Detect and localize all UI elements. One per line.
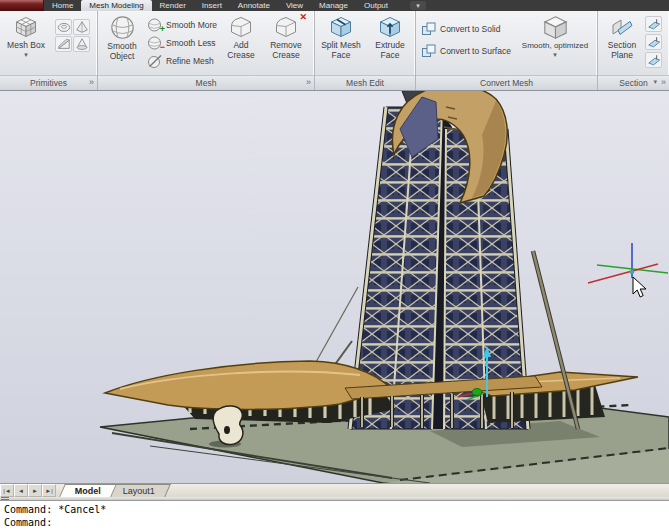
panel-section: Section Plane Section ▾ » — [598, 11, 669, 90]
generate-section-button[interactable] — [645, 52, 662, 68]
smooth-object-button[interactable]: Smooth Object — [101, 13, 143, 62]
add-jog-button[interactable] — [645, 34, 662, 50]
chevron-down-icon: ▾ — [416, 2, 420, 10]
panel-expand-icon[interactable]: » — [89, 77, 94, 87]
ribbon-minimize-button[interactable]: ▾ — [410, 1, 426, 10]
panel-dropdown-icon[interactable]: ▾ — [653, 78, 657, 86]
convert-to-solid-button[interactable]: Convert to Solid — [419, 21, 515, 37]
split-mesh-face-button[interactable]: Split Mesh Face — [318, 13, 364, 61]
mesh-wedge-button[interactable] — [55, 36, 72, 52]
smooth-object-icon — [109, 14, 136, 41]
mesh-cone-icon — [75, 37, 89, 51]
panel-mesh-edit: Split Mesh Face Extrude Face Mesh Edit — [315, 11, 416, 90]
tab-render[interactable]: Render — [152, 0, 194, 11]
panel-mesh: Smooth Object + Smooth More − Smooth Les… — [98, 11, 315, 90]
section-plane-icon — [610, 15, 634, 39]
extrude-face-button[interactable]: Extrude Face — [368, 13, 412, 61]
tab-manage[interactable]: Manage — [311, 0, 356, 11]
smooth-optimized-icon — [542, 14, 569, 41]
dropdown-arrow-icon: ▾ — [553, 52, 557, 57]
panel-label-section: Section ▾ » — [598, 75, 669, 90]
mesh-torus-button[interactable] — [55, 19, 72, 35]
panel-primitives: Mesh Box ▾ Primitives » — [0, 11, 98, 90]
splitter-grip-icon — [1, 497, 9, 501]
mesh-box-label: Mesh Box — [7, 41, 45, 51]
smooth-more-button[interactable]: + Smooth More — [145, 17, 219, 33]
refine-mesh-button[interactable]: Refine Mesh — [145, 53, 219, 69]
convert-to-solid-icon — [421, 21, 437, 37]
minus-badge-icon: − — [160, 43, 165, 52]
live-section-button[interactable] — [645, 16, 662, 32]
command-window[interactable]: Command: *Cancel* Command: — [0, 497, 669, 530]
first-tab-button[interactable]: |◄ — [0, 484, 14, 497]
mesh-torus-icon — [57, 20, 71, 34]
panel-label-convert-mesh: Convert Mesh — [416, 75, 597, 90]
prev-tab-button[interactable]: ◄ — [14, 484, 28, 497]
remove-x-icon: ✕ — [299, 13, 307, 22]
add-crease-icon — [229, 15, 253, 39]
command-text-area[interactable]: Command: *Cancel* Command: — [0, 501, 669, 530]
add-jog-icon — [647, 35, 661, 49]
remove-crease-icon — [274, 15, 298, 39]
command-splitter[interactable] — [0, 497, 669, 501]
generate-section-icon — [647, 53, 661, 67]
panel-label-mesh: Mesh » — [98, 75, 314, 90]
split-mesh-face-icon — [329, 15, 353, 39]
tab-home[interactable]: Home — [44, 0, 81, 11]
command-history-line: Command: *Cancel* — [4, 503, 669, 516]
convert-column: Convert to Solid Convert to Surface — [419, 13, 515, 59]
convert-to-surface-icon — [421, 43, 437, 59]
section-plane-button[interactable]: Section Plane — [601, 13, 643, 61]
next-tab-button[interactable]: ► — [28, 484, 42, 497]
viewport[interactable] — [0, 91, 669, 483]
plus-badge-icon: + — [160, 25, 165, 34]
autocad-window: Home Mesh Modeling Render Insert Annotat… — [0, 0, 669, 530]
tab-annotate[interactable]: Annotate — [230, 0, 278, 11]
mesh-cone-button[interactable] — [73, 36, 90, 52]
smooth-more-icon: + — [147, 17, 163, 33]
panel-label-primitives: Primitives » — [0, 75, 97, 90]
last-tab-button[interactable]: ►| — [42, 484, 56, 497]
panel-convert-mesh: Convert to Solid Convert to Surface Smoo… — [416, 11, 598, 90]
mesh-box-button[interactable]: Mesh Box ▾ — [3, 13, 49, 58]
smooth-optimized-button[interactable]: Smooth, optimized ▾ — [517, 13, 593, 58]
layout-tab-bar: |◄ ◄ ► ►| Model Layout1 — [0, 483, 669, 497]
remove-crease-button[interactable]: ✕ Remove Crease — [263, 13, 309, 61]
dropdown-arrow-icon: ▾ — [24, 52, 28, 57]
nav-last-icon: ►| — [45, 488, 53, 494]
panel-expand-icon[interactable]: » — [661, 77, 666, 87]
section-tools-stack — [645, 13, 662, 68]
panel-label-mesh-edit: Mesh Edit — [315, 75, 415, 90]
tab-model[interactable]: Model — [59, 484, 117, 497]
tab-output[interactable]: Output — [356, 0, 396, 11]
extrude-face-icon — [378, 15, 402, 39]
ribbon: Mesh Box ▾ Primitives » Smooth Obj — [0, 11, 669, 91]
nav-prev-icon: ◄ — [18, 488, 24, 494]
mesh-pyramid-button[interactable] — [73, 19, 90, 35]
nav-next-icon: ► — [32, 488, 38, 494]
tab-view[interactable]: View — [278, 0, 311, 11]
smooth-less-button[interactable]: − Smooth Less — [145, 35, 219, 51]
live-section-icon — [647, 17, 661, 31]
mesh-wedge-icon — [57, 37, 71, 51]
smooth-less-icon: − — [147, 35, 163, 51]
ribbon-tab-bar: Home Mesh Modeling Render Insert Annotat… — [0, 0, 669, 11]
mesh-smooth-column: + Smooth More − Smooth Less Refine Mesh — [145, 13, 219, 69]
model-space-scene — [0, 91, 669, 483]
command-prompt-line[interactable]: Command: — [4, 516, 669, 529]
refine-mesh-icon — [147, 53, 163, 69]
panel-expand-icon[interactable]: » — [306, 77, 311, 87]
tab-layout1[interactable]: Layout1 — [107, 484, 171, 497]
add-crease-button[interactable]: Add Crease — [221, 13, 261, 61]
primitive-flyout-grid — [55, 19, 90, 52]
convert-to-surface-button[interactable]: Convert to Surface — [419, 43, 515, 59]
app-logo-fragment[interactable] — [0, 0, 44, 11]
mesh-pyramid-icon — [75, 20, 89, 34]
mesh-box-icon — [14, 15, 38, 39]
tab-mesh-modeling[interactable]: Mesh Modeling — [81, 0, 151, 11]
tab-insert[interactable]: Insert — [194, 0, 230, 11]
nav-first-icon: |◄ — [3, 488, 11, 494]
